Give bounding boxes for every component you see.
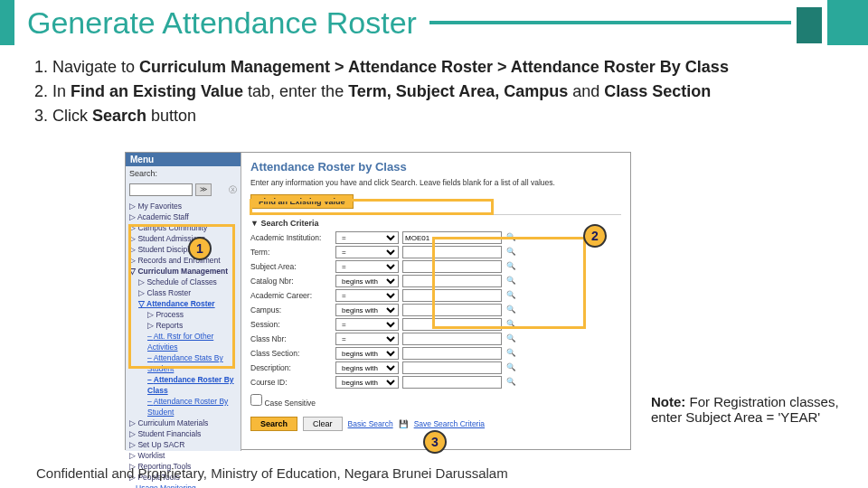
note-box: Note: For Registration classes, enter Su… <box>651 394 850 425</box>
field-label: Subject Area: <box>250 262 332 271</box>
marker-3: 3 <box>423 430 447 454</box>
tree-item[interactable]: – Att. Rstr for Other Activities <box>129 331 237 352</box>
lookup-icon[interactable]: 🔍 <box>505 247 516 258</box>
step-1: Navigate to Curriculum Management > Atte… <box>52 58 832 77</box>
tree-item[interactable]: ▷ Process <box>129 309 237 320</box>
field-label: Class Nbr: <box>250 334 332 343</box>
operator-select[interactable]: = <box>335 289 399 302</box>
nav-menu: Menu Search: ≫ ⓧ ▷ My Favorites ▷ Academ… <box>126 153 241 451</box>
operator-select[interactable]: begins with <box>335 275 399 287</box>
operator-select[interactable]: begins with <box>335 347 399 360</box>
content-area: Attendance Roster by Class Enter any inf… <box>241 153 630 451</box>
case-sensitive-checkbox[interactable] <box>250 394 262 406</box>
criteria-input[interactable] <box>402 333 502 345</box>
tree-item[interactable]: – Attendance Roster By Student <box>129 396 237 418</box>
lookup-icon[interactable]: 🔍 <box>505 319 516 330</box>
operator-select[interactable]: begins with <box>335 361 399 374</box>
tree-item[interactable]: – Attendance Stats By Student <box>129 352 237 374</box>
operator-select[interactable]: = <box>335 231 399 244</box>
criteria-input[interactable] <box>402 289 502 302</box>
tree-item[interactable]: ▷ Student Financials <box>129 428 237 439</box>
page-title: Attendance Roster by Class <box>250 160 621 174</box>
menu-search-go[interactable]: ≫ <box>195 183 212 196</box>
save-icon: 💾 <box>399 419 409 428</box>
operator-select[interactable]: begins with <box>335 304 399 316</box>
criteria-input[interactable] <box>402 376 502 389</box>
lookup-icon[interactable]: 🔍 <box>505 261 516 272</box>
criteria-input[interactable] <box>402 304 502 316</box>
field-label: Campus: <box>250 305 332 314</box>
tree-item[interactable]: ▷ Set Up SACR <box>129 439 237 450</box>
criteria-input[interactable] <box>402 246 502 258</box>
lookup-icon[interactable]: 🔍 <box>505 276 516 286</box>
tree-item[interactable]: ▷ Curriculum Materials <box>129 418 237 428</box>
tree-item[interactable]: ▷ My Favorites <box>129 201 237 211</box>
tree-item[interactable]: ▷ Campus Community <box>129 222 237 233</box>
screenshot-panel: Menu Search: ≫ ⓧ ▷ My Favorites ▷ Academ… <box>125 152 631 450</box>
criteria-input[interactable] <box>402 318 502 331</box>
tree-item[interactable]: ▷ Academic Staff <box>129 211 237 222</box>
tree-item[interactable]: ▷ Schedule of Classes <box>129 277 237 287</box>
tree-item[interactable]: ▷ Class Roster <box>129 287 237 298</box>
lookup-icon[interactable]: 🔍 <box>505 290 516 301</box>
operator-select[interactable]: = <box>335 260 399 273</box>
tree-item[interactable]: ▷ Student Discipline <box>129 244 237 255</box>
criteria-input[interactable] <box>402 260 502 273</box>
tree-item[interactable]: – Usage Monitoring <box>129 483 237 488</box>
slide-title: Generate Attendance Roster <box>14 5 429 41</box>
button-row: Search Clear Basic Search 💾 Save Search … <box>250 417 621 431</box>
steps-list: Navigate to Curriculum Management > Atte… <box>0 45 868 140</box>
lookup-icon[interactable]: 🔍 <box>505 362 516 373</box>
operator-select[interactable]: begins with <box>335 376 399 389</box>
basic-search-link[interactable]: Basic Search <box>348 419 393 428</box>
menu-search-row: Search: <box>126 166 241 181</box>
tree-item[interactable]: ▷ Records and Enrollment <box>129 255 237 266</box>
tab-find-existing[interactable]: Find an Existing Value <box>250 194 354 209</box>
criteria-input[interactable] <box>402 347 502 360</box>
lookup-icon[interactable]: 🔍 <box>505 232 516 243</box>
criteria-input[interactable] <box>402 231 502 244</box>
operator-select[interactable]: = <box>335 246 399 258</box>
criteria-input[interactable] <box>402 275 502 287</box>
tree-item-cm[interactable]: ▽ Curriculum Management <box>129 266 237 277</box>
search-criteria-header[interactable]: ▼ Search Criteria <box>250 214 621 228</box>
menu-tree: ▷ My Favorites ▷ Academic Staff ▷ Campus… <box>126 199 241 488</box>
lookup-icon[interactable]: 🔍 <box>505 377 516 388</box>
lookup-icon[interactable]: 🔍 <box>505 348 516 359</box>
tree-item-selected[interactable]: – Attendance Roster By Class <box>129 374 237 396</box>
step-3: Click Search button <box>52 107 832 126</box>
operator-select[interactable]: = <box>335 318 399 331</box>
lookup-icon[interactable]: 🔍 <box>505 305 516 315</box>
field-label: Academic Institution: <box>250 233 332 242</box>
footer-text: Confidential and Proprietary, Ministry o… <box>36 465 508 481</box>
field-label: Description: <box>250 363 332 372</box>
field-label: Catalog Nbr: <box>250 277 332 286</box>
field-label: Course ID: <box>250 378 332 387</box>
tree-item[interactable]: ▷ Reports <box>129 320 237 331</box>
tree-item[interactable]: ▷ Student Admissions <box>129 233 237 244</box>
step-2: In Find an Existing Value tab, enter the… <box>52 82 832 101</box>
tree-item[interactable]: ▷ Worklist <box>129 450 237 461</box>
title-rule <box>429 21 791 24</box>
save-criteria-link[interactable]: Save Search Criteria <box>414 419 485 428</box>
title-decor <box>797 7 822 43</box>
menu-header: Menu <box>126 153 241 166</box>
tree-item-ar[interactable]: ▽ Attendance Roster <box>129 298 237 309</box>
search-label: Search: <box>129 169 157 178</box>
page-subtitle: Enter any information you have and click… <box>250 178 621 187</box>
title-accent <box>0 0 14 45</box>
close-icon[interactable]: ⓧ <box>229 184 237 196</box>
lookup-icon[interactable]: 🔍 <box>505 333 516 344</box>
search-button[interactable]: Search <box>250 417 297 431</box>
criteria-input[interactable] <box>402 361 502 374</box>
field-label: Academic Career: <box>250 291 332 300</box>
clear-button[interactable]: Clear <box>303 417 343 431</box>
menu-search-input[interactable] <box>129 183 193 196</box>
case-sensitive-row: Case Sensitive <box>250 394 621 408</box>
field-label: Session: <box>250 320 332 329</box>
field-label: Term: <box>250 248 332 257</box>
title-bar: Generate Attendance Roster <box>0 0 868 45</box>
title-decor <box>827 0 868 45</box>
operator-select[interactable]: = <box>335 333 399 345</box>
field-label: Class Section: <box>250 349 332 358</box>
